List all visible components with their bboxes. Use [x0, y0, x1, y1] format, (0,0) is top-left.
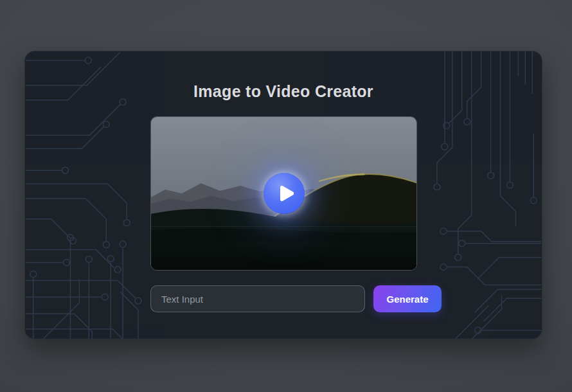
- video-preview[interactable]: [150, 116, 417, 271]
- generate-button[interactable]: Generate: [373, 285, 442, 312]
- text-input[interactable]: [150, 285, 365, 312]
- play-icon: [277, 185, 294, 202]
- generate-button-label: Generate: [386, 294, 428, 305]
- play-button[interactable]: [264, 173, 305, 214]
- play-button-wrapper: [264, 173, 305, 214]
- main-panel: Image to Video Creator: [24, 51, 542, 339]
- page-title: Image to Video Creator: [25, 82, 542, 101]
- controls-row: Generate: [150, 285, 442, 312]
